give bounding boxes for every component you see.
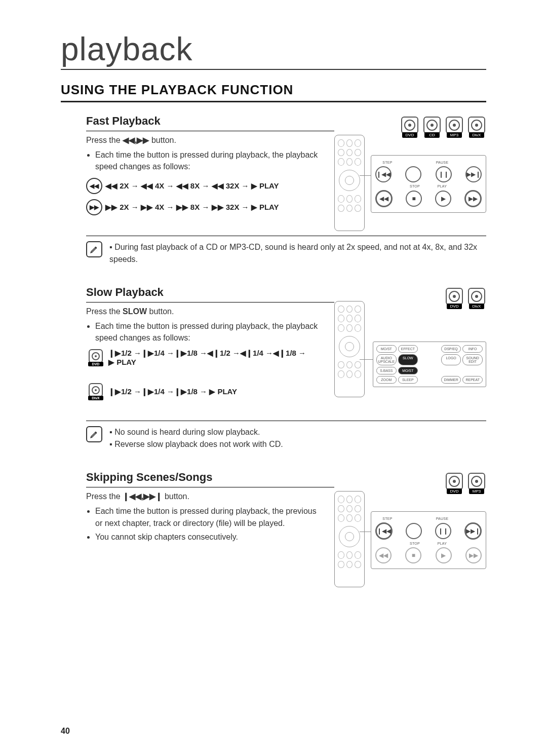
skip-press-line: Press the ❙◀◀,▶▶❙ button. [86,490,309,502]
fast-note-text: During fast playback of a CD or MP3-CD, … [109,241,486,266]
stop-icon: ■ [406,191,422,207]
rewind-button-icon: ◀◀ [86,178,102,194]
callout-label-play: PLAY [430,542,454,545]
chip-most: MO/ST [376,345,397,353]
chip-info: INFO [462,345,483,353]
stop-icon: ■ [405,547,421,563]
ff-icon: ▶▶ [464,190,482,207]
skip-heading: Skipping Scenes/Songs [86,471,334,487]
slow-note-2: Reverse slow playback does not work with… [109,438,486,450]
fast-callout: STEP PAUSE ❙◀◀ ❙❙ ▶▶❙ STOP PLAY [371,155,486,213]
callout-label-step: STEP [375,517,400,520]
play-icon: ▶ [436,547,452,563]
skip-next-icon: ▶▶❙ [464,522,482,540]
fast-press-prefix: Press the [86,136,123,144]
fast-bullet-1: Each time the button is pressed during p… [95,149,318,172]
slow-note: No sound is heard during slow playback. … [86,426,486,450]
skip-prev-icon: ❙◀◀ [375,166,392,182]
inline-badge-dvd: DVD [86,349,105,366]
skip-prev-icon: ❙◀◀ [375,522,393,540]
chip-slow: SLOW [398,354,418,365]
rewind-icon: ◀◀ [375,547,392,563]
slow-playback-block: Slow Playback DVD DivX Press the SLOW bu… [86,286,486,401]
slow-diagram: MO/ST EFFECT DSP/EQ INFO AUDIO UPSCALE S… [334,301,486,412]
inline-badge-divx-label: DivX [88,396,103,400]
slow-dvd-seq-text: ❙▶1/2 →❙▶1/4 →❙▶1/8 →◀❙1/2 →◀❙1/4 →◀❙1/8… [108,349,306,367]
slow-callout: MO/ST EFFECT DSP/EQ INFO AUDIO UPSCALE S… [373,342,486,387]
chip-zoom: ZOOM [376,376,397,384]
callout-label-pause: PAUSE [430,161,454,164]
callout-label-pause: PAUSE [430,517,454,520]
fast-note: During fast playback of a CD or MP3-CD, … [86,241,486,266]
fast-diagram: STEP PAUSE ❙◀◀ ❙❙ ▶▶❙ STOP PLAY [334,135,486,236]
chip-audio-upscale: AUDIO UPSCALE [376,354,397,365]
chip-logo: LOGO [441,354,461,365]
remote-outline [334,301,365,397]
ff-seq-text: ▶▶ 2X → ▶▶ 4X → ▶▶ 8X → ▶▶ 32X → ▶ PLAY [105,203,279,212]
blank-button-icon [405,166,421,182]
chip-effect: EFFECT [398,345,418,353]
slow-dvd-line: ❙▶1/2 →❙▶1/4 →❙▶1/8 →◀❙1/2 →◀❙1/4 →◀❙1/8… [108,349,306,357]
slow-button-name: SLOW [123,307,147,316]
slow-divx-seq-text: ❙▶1/2 →❙▶1/4 →❙▶1/8 → ▶ PLAY [108,387,237,396]
callout-label-stop: STOP [403,184,427,188]
remote-outline [334,491,365,587]
pencil-icon [90,430,99,439]
chip-dimmer: DIMMER [441,376,461,384]
callout-label-play: PLAY [430,184,454,188]
chip-sleep: SLEEP [398,376,418,384]
inline-badge-divx: DivX [86,383,105,400]
blank-button-icon [406,523,422,539]
skip-bullet-2: You cannot skip chapters consecutively. [95,531,318,543]
callout-label-stop: STOP [403,542,427,545]
fast-press-line: Press the ◀◀,▶▶ button. [86,134,309,146]
skip-bullet-1: Each time the button is pressed during p… [95,505,318,528]
slow-press-suffix: button. [149,307,174,316]
callout-label-step: STEP [375,161,400,164]
chip-repeat: REPEAT [462,376,483,384]
slow-playback-heading: Slow Playback [86,286,334,303]
chip-dspeq: DSP/EQ [441,345,461,353]
ff-icon: ▶▶ [465,547,482,563]
pause-icon: ❙❙ [436,166,452,182]
chip-most2: MO/ST [398,367,418,374]
chapter-title: playback [61,30,486,70]
pause-icon: ❙❙ [435,523,451,539]
skip-icons: ❙◀◀,▶▶❙ [123,492,162,501]
page-number: 40 [61,727,70,736]
skip-press-prefix: Press the [86,492,123,501]
slow-bullet-1: Each time the button is pressed during p… [95,320,318,344]
slow-note-1: No sound is heard during slow playback. [109,426,486,438]
fastforward-button-icon: ▶▶ [86,199,102,215]
section-title: USING THE PLAYBACK FUNCTION [61,82,486,102]
slow-press-line: Press the SLOW button. [86,306,309,317]
slow-press-prefix: Press the [86,307,123,316]
chip-sound-edit: SOUND EDIT [462,354,483,365]
fast-playback-heading: Fast Playback [86,115,334,131]
inline-badge-dvd-label: DVD [88,362,103,366]
slow-dvd-play: ▶ PLAY [108,358,136,366]
skip-next-icon: ▶▶❙ [465,166,482,182]
fast-press-suffix: button. [151,136,176,144]
skip-diagram: STEP PAUSE ❙◀◀ ❙❙ ▶▶❙ STOP PLAY [334,491,486,592]
chip-sbass: S.BASS [376,367,397,374]
play-icon: ▶ [435,191,451,207]
divider [86,421,486,421]
rewind-icon: ◀◀ [375,190,393,207]
remote-outline [334,135,365,231]
pencil-icon [90,245,99,254]
skip-callout: STEP PAUSE ❙◀◀ ❙❙ ▶▶❙ STOP PLAY [371,511,486,569]
note-pencil-icon [86,241,102,257]
rew-ff-icon: ◀◀,▶▶ [123,136,149,144]
note-pencil-icon [86,426,102,442]
skip-press-suffix: button. [165,492,189,501]
fast-playback-block: Fast Playback DVD CD MP3 DivX Press the … [86,115,486,215]
skip-block: Skipping Scenes/Songs DVD MP3 Press the … [86,471,486,543]
rewind-seq-text: ◀◀ 2X → ◀◀ 4X → ◀◀ 8X → ◀◀ 32X → ▶ PLAY [105,181,279,191]
